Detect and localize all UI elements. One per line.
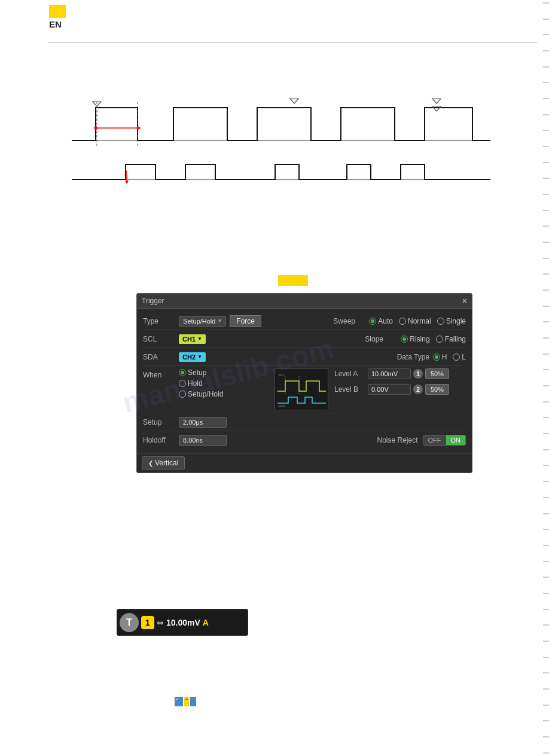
trigger-level-value: 10.00mV: [166, 618, 200, 627]
sweep-radio-group: Auto Normal Single: [369, 317, 466, 325]
header-divider: [48, 42, 537, 42]
language-label: EN: [49, 19, 62, 29]
setup-row: Setup: [142, 413, 467, 431]
svg-rect-22: [185, 699, 188, 700]
when-setup-hold[interactable]: Setup/Hold: [179, 390, 274, 398]
sweep-single-radio[interactable]: [437, 318, 444, 325]
waveform-diagram: [60, 54, 490, 197]
sweep-auto-radio[interactable]: [369, 318, 376, 325]
noise-reject-on[interactable]: ON: [446, 435, 466, 445]
dialog-close-button[interactable]: ×: [462, 296, 467, 306]
when-row: When Setup Hold Setup/Hold: [142, 366, 467, 413]
noise-reject-off[interactable]: OFF: [423, 435, 446, 445]
level-controls: Level A 1 50% Level B 2 50%: [328, 368, 466, 395]
svg-text:SDA: SDA: [278, 404, 285, 408]
waveform-mini-image: SCL SDA: [274, 368, 328, 410]
data-type-l[interactable]: L: [453, 353, 466, 361]
level-a-input[interactable]: [368, 368, 411, 379]
dialog-title: Trigger: [142, 297, 164, 305]
nav-vertical-button[interactable]: Vertical: [142, 456, 185, 470]
setup-input[interactable]: [179, 417, 227, 428]
right-edge-ticks: [538, 0, 549, 756]
data-type-label: Data Type: [397, 353, 433, 361]
svg-rect-18: [175, 697, 183, 706]
sda-row: SDA CH2 Data Type H L: [142, 348, 467, 366]
svg-marker-12: [125, 181, 129, 184]
small-waveform-icon: [175, 694, 196, 709]
slope-icon: ⇔: [157, 618, 164, 627]
slope-falling-radio[interactable]: [436, 336, 443, 343]
svg-rect-19: [184, 697, 189, 706]
when-hold[interactable]: Hold: [179, 379, 274, 388]
scl-label: SCL: [143, 335, 179, 343]
data-type-l-radio[interactable]: [453, 353, 460, 361]
slope-radio-group: Rising Falling: [401, 335, 466, 343]
dialog-nav: Vertical: [137, 453, 472, 472]
sda-channel-dropdown[interactable]: CH2: [179, 352, 206, 362]
trigger-ch-letter: A: [203, 618, 209, 627]
yellow-bar: [49, 5, 66, 18]
svg-marker-5: [290, 99, 298, 103]
when-label: When: [143, 368, 179, 379]
yellow-highlight-box: [278, 275, 308, 286]
level-a-label: Level A: [334, 370, 365, 378]
level-a-row: Level A 1 50%: [334, 368, 466, 379]
level-a-circle: 1: [413, 369, 423, 379]
type-label: Type: [143, 317, 179, 325]
level-b-label: Level B: [334, 385, 365, 394]
trigger-t-circle: T: [120, 613, 139, 632]
noise-reject-label: Noise Reject: [377, 436, 417, 444]
sweep-auto[interactable]: Auto: [369, 317, 393, 325]
trigger-channel-badge: 1: [141, 616, 154, 629]
svg-text:SCL: SCL: [278, 373, 285, 377]
scl-row: SCL CH1 Slope Rising Falling: [142, 330, 467, 348]
when-setup-hold-radio[interactable]: [179, 391, 186, 398]
sda-control: CH2: [179, 352, 385, 362]
svg-rect-20: [190, 697, 196, 706]
level-b-circle: 2: [413, 385, 423, 394]
trigger-dialog: Trigger × Type Setup/Hold Force Sweep Au…: [136, 293, 472, 473]
level-b-input[interactable]: [368, 384, 411, 395]
force-button[interactable]: Force: [230, 315, 261, 327]
sweep-label: Sweep: [333, 317, 369, 325]
when-hold-radio[interactable]: [179, 380, 186, 387]
data-type-radio-group: H L: [433, 353, 466, 361]
slope-rising-radio[interactable]: [401, 336, 408, 343]
sweep-normal[interactable]: Normal: [399, 317, 431, 325]
waveform-mini-svg: SCL SDA: [276, 370, 327, 409]
level-a-pct-button[interactable]: 50%: [425, 368, 449, 379]
when-control: Setup Hold Setup/Hold: [179, 368, 274, 398]
trigger-status-bar: T 1 ⇔ 10.00mV A: [117, 609, 248, 636]
setup-label: Setup: [143, 418, 179, 426]
holdoff-input[interactable]: [179, 435, 227, 446]
dialog-body: Type Setup/Hold Force Sweep Auto Normal: [137, 309, 472, 453]
when-setup[interactable]: Setup: [179, 368, 274, 377]
sweep-normal-radio[interactable]: [399, 318, 406, 325]
small-icon-area: [173, 693, 197, 711]
sda-label: SDA: [143, 353, 179, 361]
scl-channel-dropdown[interactable]: CH1: [179, 334, 206, 344]
slope-rising[interactable]: Rising: [401, 335, 429, 343]
holdoff-row: Holdoff Noise Reject OFF ON: [142, 431, 467, 449]
sweep-single[interactable]: Single: [437, 317, 466, 325]
data-type-h-radio[interactable]: [433, 353, 440, 361]
level-b-pct-button[interactable]: 50%: [425, 384, 449, 395]
type-row: Type Setup/Hold Force Sweep Auto Normal: [142, 312, 467, 330]
slope-label: Slope: [365, 335, 401, 343]
noise-reject-toggle[interactable]: OFF ON: [423, 435, 466, 446]
dialog-titlebar: Trigger ×: [137, 294, 472, 309]
svg-marker-6: [432, 99, 441, 103]
level-b-row: Level B 2 50%: [334, 384, 466, 395]
when-setup-radio[interactable]: [179, 369, 186, 376]
slope-falling[interactable]: Falling: [436, 335, 466, 343]
type-control: Setup/Hold Force: [179, 315, 321, 327]
scl-control: CH1: [179, 334, 353, 344]
data-type-h[interactable]: H: [433, 353, 447, 361]
type-dropdown[interactable]: Setup/Hold: [179, 316, 226, 327]
holdoff-label: Holdoff: [143, 436, 179, 444]
svg-marker-10: [138, 126, 141, 130]
svg-rect-21: [176, 699, 178, 700]
